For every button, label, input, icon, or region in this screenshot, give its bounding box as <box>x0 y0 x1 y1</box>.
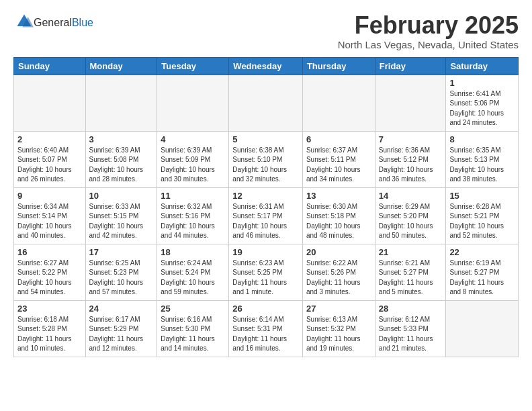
calendar-day: 24Sunrise: 6:17 AM Sunset: 5:29 PM Dayli… <box>85 300 157 357</box>
header-friday: Friday <box>375 57 446 75</box>
day-info: Sunrise: 6:31 AM Sunset: 5:17 PM Dayligh… <box>232 202 299 241</box>
header-saturday: Saturday <box>446 57 519 75</box>
logo-general: General <box>34 17 72 28</box>
calendar-day <box>446 300 519 357</box>
day-number: 6 <box>306 134 371 144</box>
calendar: Sunday Monday Tuesday Wednesday Thursday… <box>13 57 519 357</box>
calendar-day <box>302 75 375 131</box>
day-number: 2 <box>17 134 82 144</box>
calendar-day: 4Sunrise: 6:39 AM Sunset: 5:09 PM Daylig… <box>157 131 229 187</box>
day-info: Sunrise: 6:29 AM Sunset: 5:20 PM Dayligh… <box>379 202 443 241</box>
calendar-day: 13Sunrise: 6:30 AM Sunset: 5:18 PM Dayli… <box>302 187 375 244</box>
day-number: 22 <box>449 247 515 257</box>
calendar-day <box>14 75 86 131</box>
calendar-week-4: 23Sunrise: 6:18 AM Sunset: 5:28 PM Dayli… <box>14 300 519 357</box>
calendar-day: 7Sunrise: 6:36 AM Sunset: 5:12 PM Daylig… <box>375 131 446 187</box>
day-number: 15 <box>449 191 515 201</box>
day-number: 17 <box>89 247 154 257</box>
day-number: 25 <box>161 304 225 314</box>
day-number: 16 <box>17 247 82 257</box>
day-header-row: Sunday Monday Tuesday Wednesday Thursday… <box>14 57 519 75</box>
header-wednesday: Wednesday <box>229 57 303 75</box>
calendar-day: 27Sunrise: 6:13 AM Sunset: 5:32 PM Dayli… <box>302 300 375 357</box>
day-number: 28 <box>379 304 443 314</box>
calendar-day: 1Sunrise: 6:41 AM Sunset: 5:06 PM Daylig… <box>446 75 519 131</box>
calendar-day: 18Sunrise: 6:24 AM Sunset: 5:24 PM Dayli… <box>157 244 229 300</box>
day-info: Sunrise: 6:23 AM Sunset: 5:25 PM Dayligh… <box>232 259 299 298</box>
calendar-day: 17Sunrise: 6:25 AM Sunset: 5:23 PM Dayli… <box>85 244 157 300</box>
calendar-week-0: 1Sunrise: 6:41 AM Sunset: 5:06 PM Daylig… <box>14 75 519 131</box>
day-number: 8 <box>449 134 515 144</box>
calendar-day <box>85 75 157 131</box>
header-sunday: Sunday <box>14 57 86 75</box>
day-number: 7 <box>379 134 443 144</box>
calendar-day: 11Sunrise: 6:32 AM Sunset: 5:16 PM Dayli… <box>157 187 229 244</box>
calendar-day: 28Sunrise: 6:12 AM Sunset: 5:33 PM Dayli… <box>375 300 446 357</box>
day-info: Sunrise: 6:37 AM Sunset: 5:11 PM Dayligh… <box>306 146 371 185</box>
day-number: 21 <box>379 247 443 257</box>
day-info: Sunrise: 6:41 AM Sunset: 5:06 PM Dayligh… <box>449 89 515 128</box>
logo-area: GeneralBlue <box>13 12 93 34</box>
day-number: 9 <box>17 191 82 201</box>
header-tuesday: Tuesday <box>157 57 229 75</box>
day-info: Sunrise: 6:40 AM Sunset: 5:07 PM Dayligh… <box>17 146 82 185</box>
day-info: Sunrise: 6:19 AM Sunset: 5:27 PM Dayligh… <box>449 259 515 298</box>
day-info: Sunrise: 6:36 AM Sunset: 5:12 PM Dayligh… <box>379 146 443 185</box>
calendar-day: 14Sunrise: 6:29 AM Sunset: 5:20 PM Dayli… <box>375 187 446 244</box>
day-info: Sunrise: 6:39 AM Sunset: 5:08 PM Dayligh… <box>89 146 154 185</box>
header-thursday: Thursday <box>302 57 375 75</box>
header: GeneralBlue February 2025 North Las Vega… <box>13 12 519 50</box>
day-info: Sunrise: 6:13 AM Sunset: 5:32 PM Dayligh… <box>306 315 371 354</box>
day-number: 18 <box>161 247 225 257</box>
calendar-day: 6Sunrise: 6:37 AM Sunset: 5:11 PM Daylig… <box>302 131 375 187</box>
day-number: 20 <box>306 247 371 257</box>
day-number: 10 <box>89 191 154 201</box>
logo-icon <box>15 12 34 31</box>
calendar-day <box>375 75 446 131</box>
day-number: 23 <box>17 304 82 314</box>
calendar-day: 23Sunrise: 6:18 AM Sunset: 5:28 PM Dayli… <box>14 300 86 357</box>
calendar-day: 22Sunrise: 6:19 AM Sunset: 5:27 PM Dayli… <box>446 244 519 300</box>
day-number: 4 <box>161 134 225 144</box>
calendar-day: 12Sunrise: 6:31 AM Sunset: 5:17 PM Dayli… <box>229 187 303 244</box>
day-number: 26 <box>232 304 299 314</box>
day-info: Sunrise: 6:35 AM Sunset: 5:13 PM Dayligh… <box>449 146 515 185</box>
calendar-day: 5Sunrise: 6:38 AM Sunset: 5:10 PM Daylig… <box>229 131 303 187</box>
calendar-day: 26Sunrise: 6:14 AM Sunset: 5:31 PM Dayli… <box>229 300 303 357</box>
day-info: Sunrise: 6:34 AM Sunset: 5:14 PM Dayligh… <box>17 202 82 241</box>
day-number: 3 <box>89 134 154 144</box>
calendar-week-1: 2Sunrise: 6:40 AM Sunset: 5:07 PM Daylig… <box>14 131 519 187</box>
calendar-header: Sunday Monday Tuesday Wednesday Thursday… <box>14 57 519 75</box>
day-info: Sunrise: 6:25 AM Sunset: 5:23 PM Dayligh… <box>89 259 154 298</box>
day-info: Sunrise: 6:14 AM Sunset: 5:31 PM Dayligh… <box>232 315 299 354</box>
title-area: February 2025 North Las Vegas, Nevada, U… <box>338 12 519 50</box>
calendar-day: 10Sunrise: 6:33 AM Sunset: 5:15 PM Dayli… <box>85 187 157 244</box>
subtitle: North Las Vegas, Nevada, United States <box>338 39 519 50</box>
calendar-day: 9Sunrise: 6:34 AM Sunset: 5:14 PM Daylig… <box>14 187 86 244</box>
day-number: 12 <box>232 191 299 201</box>
calendar-day: 20Sunrise: 6:22 AM Sunset: 5:26 PM Dayli… <box>302 244 375 300</box>
day-info: Sunrise: 6:24 AM Sunset: 5:24 PM Dayligh… <box>161 259 225 298</box>
day-number: 27 <box>306 304 371 314</box>
logo-text: GeneralBlue <box>34 17 93 29</box>
day-number: 11 <box>161 191 225 201</box>
day-info: Sunrise: 6:30 AM Sunset: 5:18 PM Dayligh… <box>306 202 371 241</box>
day-number: 5 <box>232 134 299 144</box>
day-info: Sunrise: 6:28 AM Sunset: 5:21 PM Dayligh… <box>449 202 515 241</box>
day-number: 14 <box>379 191 443 201</box>
day-info: Sunrise: 6:18 AM Sunset: 5:28 PM Dayligh… <box>17 315 82 354</box>
logo-blue: Blue <box>72 17 93 28</box>
day-number: 19 <box>232 247 299 257</box>
day-number: 1 <box>449 78 515 88</box>
day-info: Sunrise: 6:22 AM Sunset: 5:26 PM Dayligh… <box>306 259 371 298</box>
calendar-day <box>157 75 229 131</box>
calendar-day: 2Sunrise: 6:40 AM Sunset: 5:07 PM Daylig… <box>14 131 86 187</box>
calendar-day <box>229 75 303 131</box>
day-number: 13 <box>306 191 371 201</box>
calendar-day: 8Sunrise: 6:35 AM Sunset: 5:13 PM Daylig… <box>446 131 519 187</box>
day-info: Sunrise: 6:38 AM Sunset: 5:10 PM Dayligh… <box>232 146 299 185</box>
day-number: 24 <box>89 304 154 314</box>
calendar-body: 1Sunrise: 6:41 AM Sunset: 5:06 PM Daylig… <box>14 75 519 357</box>
calendar-week-2: 9Sunrise: 6:34 AM Sunset: 5:14 PM Daylig… <box>14 187 519 244</box>
header-monday: Monday <box>85 57 157 75</box>
